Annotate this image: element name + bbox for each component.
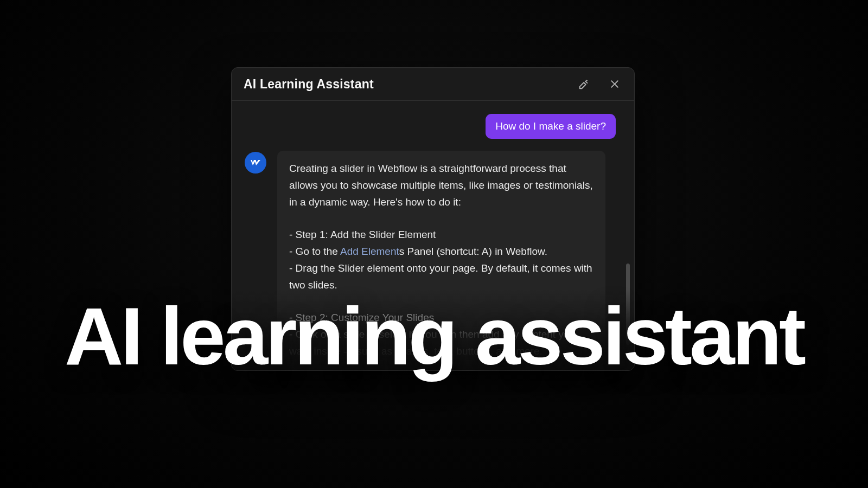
assistant-step1-title: - Step 1: Add the Slider Element [289, 227, 593, 243]
stage: AI Learning Assistant [0, 0, 868, 488]
assistant-step1-b: - Drag the Slider element onto your page… [289, 260, 593, 294]
assistant-row: Creating a slider in Webflow is a straig… [245, 151, 618, 370]
header-actions [577, 76, 622, 92]
webflow-logo-icon [249, 156, 262, 169]
scrollbar-thumb[interactable] [626, 264, 630, 345]
close-icon[interactable] [607, 76, 622, 92]
user-message: How do I make a slider? [486, 114, 616, 139]
assistant-intro: Creating a slider in Webflow is a straig… [289, 160, 593, 210]
panel-title: AI Learning Assistant [244, 77, 374, 92]
assistant-step2-a: - Click on a slide to select it. You can… [289, 326, 593, 360]
assistant-step2-title: - Step 2: Customize Your Slides [289, 310, 593, 326]
assistant-panel: AI Learning Assistant [231, 67, 635, 371]
panel-header: AI Learning Assistant [232, 68, 634, 101]
assistant-step1-a: - Go to the Add Elements Panel (shortcut… [289, 243, 593, 260]
add-element-link[interactable]: Add Element [340, 246, 399, 257]
assistant-avatar [245, 152, 266, 174]
panel-body: How do I make a slider? Creating a slide… [232, 101, 634, 370]
text-fragment: - Go to the [289, 246, 340, 257]
assistant-message: Creating a slider in Webflow is a straig… [277, 151, 605, 370]
clear-icon[interactable] [577, 76, 592, 92]
text-fragment: s Panel (shortcut: A) in Webflow. [399, 246, 547, 257]
user-message-row: How do I make a slider? [245, 114, 618, 139]
